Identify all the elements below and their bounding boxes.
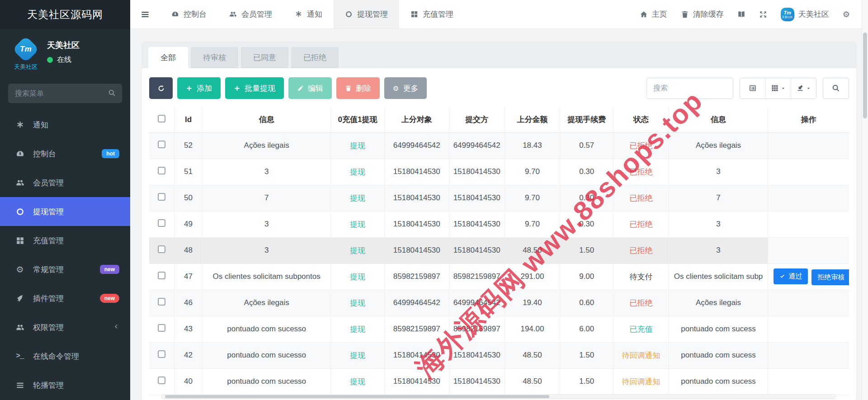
menu-search-input[interactable] — [8, 84, 122, 103]
refresh-button[interactable] — [149, 77, 173, 99]
export-dropdown-button[interactable] — [791, 78, 816, 99]
columns-dropdown-button[interactable] — [765, 78, 791, 99]
menu-badge: new — [100, 294, 119, 303]
topbar-user[interactable]: Tm天美社区天美社区 — [781, 8, 829, 21]
sidebar-item-会员管理[interactable]: 会员管理 — [0, 168, 130, 197]
hamburger-menu-icon[interactable] — [130, 0, 160, 28]
cell-target: 15180414530 — [384, 185, 449, 211]
sidebar-item-常规管理[interactable]: ⚙常规管理new — [0, 255, 130, 284]
cell-id: 47 — [174, 264, 202, 290]
topbar-settings[interactable]: ⚙ — [843, 10, 850, 19]
paging-toggle-button[interactable] — [740, 78, 765, 99]
vertical-scrollbar-thumb[interactable] — [863, 33, 867, 118]
approve-button[interactable]: 通过 — [774, 268, 808, 284]
sidebar-item-label: 轮播管理 — [33, 380, 64, 391]
horizontal-scrollbar[interactable] — [161, 394, 836, 399]
cell-status: 已拒绝 — [613, 211, 669, 237]
home-icon — [640, 10, 648, 19]
reject-button[interactable]: 拒绝审核 — [811, 269, 849, 285]
main-area: 控制台会员管理通知提现管理充值管理 主页清除缓存Tm天美社区天美社区⚙ 全部待审… — [130, 0, 868, 400]
online-dot-icon — [47, 57, 53, 63]
sidebar-item-权限管理[interactable]: 权限管理 — [0, 313, 130, 342]
horizontal-scrollbar-thumb[interactable] — [165, 395, 549, 398]
col-0充值1提现: 0充值1提现 — [331, 107, 385, 132]
row-checkbox[interactable] — [158, 219, 165, 227]
sidebar-item-提现管理[interactable]: 提现管理 — [0, 197, 130, 226]
cell-info: 3 — [203, 211, 331, 237]
trash-icon — [681, 10, 689, 19]
cell-submitter: 15180414530 — [449, 211, 505, 237]
col-信息: 信息 — [203, 107, 331, 132]
edit-button[interactable]: 编辑 — [288, 77, 332, 99]
topbar-tab-会员管理[interactable]: 会员管理 — [218, 0, 283, 28]
row-checkbox[interactable] — [158, 141, 165, 148]
row-checkbox[interactable] — [158, 376, 165, 384]
cell-status: 待回调通知 — [613, 368, 669, 395]
cell-operations — [768, 342, 849, 368]
filter-tab-全部[interactable]: 全部 — [148, 47, 188, 68]
cell-submitter: 15180414530 — [449, 159, 505, 185]
cell-info: pontuado com sucesso — [203, 316, 331, 342]
bars-icon — [14, 381, 25, 390]
cell-status: 待支付 — [613, 264, 669, 290]
more-button[interactable]: ⚙更多 — [384, 77, 427, 99]
row-checkbox[interactable] — [158, 272, 165, 279]
topbar-fullscreen[interactable] — [759, 10, 767, 19]
gear-icon: ⚙ — [393, 85, 399, 92]
cell-operations — [768, 132, 849, 159]
delete-button[interactable]: 删除 — [336, 77, 380, 99]
cell-info: pontuado com sucesso — [203, 368, 331, 395]
sidebar-item-在线命令管理[interactable]: >_在线命令管理 — [0, 342, 130, 371]
grid-icon — [14, 236, 25, 245]
sidebar-item-控制台[interactable]: 控制台hot — [0, 139, 130, 168]
user-meta: 天美社区 在线 — [47, 38, 80, 65]
sidebar-item-插件管理[interactable]: 插件管理new — [0, 284, 130, 313]
row-checkbox[interactable] — [158, 324, 165, 332]
cell-target: 64999464542 — [384, 132, 449, 159]
withdraw-table: Id信息0充值1提现上分对象提交方上分金额提现手续费状态信息操作 52Ações… — [149, 107, 849, 395]
topbar-home[interactable]: 主页 — [640, 9, 667, 19]
cell-info2: Ações ilegais — [669, 290, 768, 316]
topbar-tab-充值管理[interactable]: 充值管理 — [399, 0, 465, 28]
add-button[interactable]: 添加 — [177, 77, 221, 99]
topbar-tab-提现管理[interactable]: 提现管理 — [334, 0, 399, 28]
row-checkbox[interactable] — [158, 350, 165, 358]
row-checkbox[interactable] — [158, 245, 165, 253]
row-checkbox[interactable] — [158, 167, 165, 174]
table-row-40: 40pontuado com sucesso提现1518041453015180… — [149, 368, 849, 395]
topbar-tab-控制台[interactable]: 控制台 — [160, 0, 218, 28]
cell-amount: 48.50 — [505, 342, 560, 368]
sidebar-item-充值管理[interactable]: 充值管理 — [0, 226, 130, 255]
sidebar-item-轮播管理[interactable]: 轮播管理 — [0, 371, 130, 400]
batch-withdraw-button[interactable]: 批量提现 — [225, 77, 284, 99]
cell-id: 48 — [174, 237, 202, 264]
cell-fee: 0.30 — [560, 185, 613, 211]
topbar-tab-通知[interactable]: 通知 — [283, 0, 334, 28]
pencil-icon — [297, 85, 304, 92]
table-search-input[interactable] — [646, 78, 733, 99]
select-all-checkbox[interactable] — [158, 115, 165, 122]
sidebar-item-通知[interactable]: 通知 — [0, 110, 130, 139]
cell-id: 50 — [174, 185, 202, 211]
filter-tab-待审核[interactable]: 待审核 — [191, 47, 238, 68]
bars-icon — [141, 10, 150, 19]
topbar-docs[interactable] — [737, 10, 745, 19]
filter-tab-已同意[interactable]: 已同意 — [241, 47, 288, 68]
row-checkbox[interactable] — [158, 193, 165, 201]
terminal-icon: >_ — [14, 353, 25, 360]
filter-tab-已拒绝[interactable]: 已拒绝 — [291, 47, 339, 68]
cell-submitter: 15180414530 — [449, 368, 505, 395]
row-checkbox[interactable] — [158, 298, 165, 306]
vertical-scrollbar[interactable] — [862, 0, 868, 400]
cell-fee: 1.50 — [560, 368, 613, 395]
cell-target: 85982159897 — [384, 264, 449, 290]
sidebar-item-label: 会员管理 — [33, 178, 64, 188]
cell-amount: 48.50 — [505, 237, 560, 264]
cell-type: 提现 — [331, 368, 385, 395]
cell-fee: 9.00 — [560, 264, 613, 290]
search-toggle-button[interactable] — [823, 78, 849, 99]
cell-status: 已拒绝 — [613, 290, 669, 316]
topbar-clear-cache[interactable]: 清除缓存 — [681, 9, 724, 19]
filter-tabs: 全部待审核已同意已拒绝 — [142, 42, 856, 68]
topbar: 控制台会员管理通知提现管理充值管理 主页清除缓存Tm天美社区天美社区⚙ — [130, 0, 868, 29]
